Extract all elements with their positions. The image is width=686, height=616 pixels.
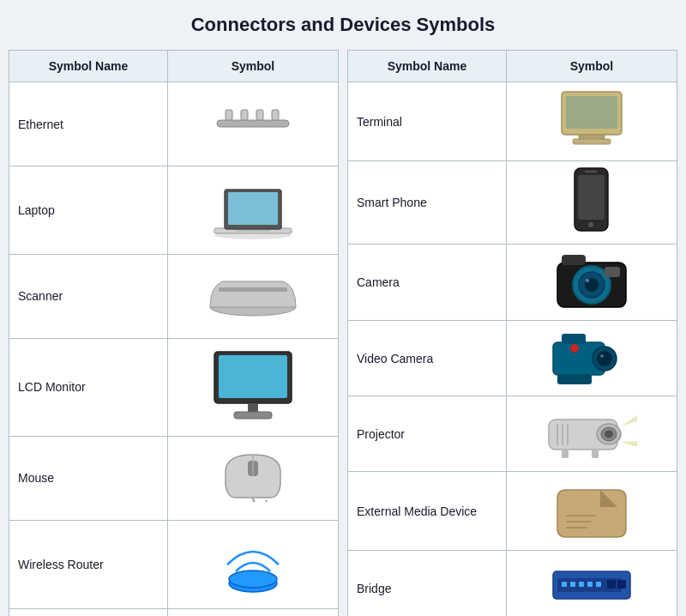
- table-row: External Media Device: [348, 472, 677, 551]
- svg-rect-13: [219, 355, 287, 398]
- svg-rect-3: [256, 110, 263, 120]
- lcd-monitor-icon: [210, 349, 296, 422]
- table-row: Bridge: [348, 551, 677, 617]
- right-table: Symbol Name Symbol Terminal: [347, 50, 677, 616]
- row-symbol: [167, 521, 338, 609]
- svg-rect-2: [241, 110, 248, 120]
- svg-rect-68: [607, 580, 616, 589]
- svg-point-19: [229, 571, 277, 588]
- row-name: Camera: [348, 245, 507, 321]
- table-row: Ethernet: [9, 82, 339, 166]
- page-title: Connectors and Devices Symbols: [191, 14, 496, 36]
- video-camera-icon: [549, 327, 635, 387]
- svg-point-39: [586, 279, 589, 282]
- row-symbol: [167, 254, 338, 338]
- row-symbol: [506, 82, 677, 161]
- mouse-icon: [210, 450, 296, 502]
- row-symbol: [506, 161, 677, 245]
- svg-rect-9: [236, 230, 270, 232]
- row-symbol: [167, 82, 338, 166]
- tables-wrapper: Symbol Name Symbol Ethernet: [9, 50, 677, 616]
- row-name: External Media Device: [348, 472, 507, 551]
- row-name: Smart Phone: [348, 161, 507, 245]
- svg-rect-47: [557, 374, 592, 384]
- table-row: Camera: [348, 245, 677, 321]
- svg-rect-8: [228, 192, 278, 225]
- terminal-icon: [557, 88, 626, 152]
- row-symbol: [167, 608, 338, 616]
- table-row: Laptop: [9, 166, 339, 255]
- table-row: Scanner: [9, 254, 339, 338]
- svg-rect-0: [217, 120, 289, 127]
- row-symbol: [506, 245, 677, 321]
- svg-point-48: [570, 344, 579, 353]
- scanner-icon: [206, 269, 300, 320]
- wireless-router-icon: [210, 530, 296, 595]
- svg-point-45: [600, 354, 604, 358]
- row-name: Laptop: [9, 166, 168, 255]
- laptop-icon: [206, 177, 300, 241]
- svg-rect-28: [566, 96, 617, 129]
- svg-rect-4: [272, 110, 279, 120]
- right-header-name: Symbol Name: [348, 51, 507, 82]
- svg-rect-41: [562, 255, 586, 265]
- svg-rect-67: [596, 582, 601, 587]
- svg-rect-1: [226, 110, 232, 120]
- svg-rect-64: [570, 582, 575, 587]
- row-symbol: [506, 396, 677, 472]
- left-header-name: Symbol Name: [9, 51, 168, 82]
- external-media-icon: [553, 477, 630, 541]
- row-symbol: [167, 166, 338, 255]
- svg-rect-34: [585, 171, 597, 172]
- row-symbol: [506, 551, 677, 617]
- svg-point-44: [597, 351, 612, 366]
- table-row: ATM Switch: [9, 608, 339, 616]
- table-row: Terminal: [348, 82, 677, 161]
- svg-rect-46: [562, 334, 586, 344]
- table-row: LCD Monitor: [9, 339, 339, 437]
- row-symbol: [506, 321, 677, 396]
- table-row: Projector: [348, 396, 677, 472]
- svg-rect-32: [578, 175, 605, 220]
- row-name: Terminal: [348, 82, 507, 161]
- svg-point-33: [588, 222, 593, 227]
- svg-rect-56: [562, 450, 569, 458]
- row-name: Video Camera: [348, 321, 507, 396]
- row-symbol: [506, 472, 677, 551]
- table-row: Wireless Router: [9, 521, 339, 609]
- row-name: Projector: [348, 396, 507, 472]
- camera-icon: [553, 250, 630, 311]
- smartphone-icon: [568, 166, 615, 235]
- ethernet-icon: [210, 101, 296, 144]
- projector-icon: [545, 402, 639, 462]
- right-header-symbol: Symbol: [506, 51, 677, 82]
- left-table: Symbol Name Symbol Ethernet: [9, 50, 339, 616]
- row-name: Mouse: [9, 436, 168, 520]
- svg-rect-63: [562, 582, 567, 587]
- svg-rect-30: [573, 139, 611, 144]
- table-row: Smart Phone: [348, 161, 677, 245]
- row-symbol: [167, 339, 338, 437]
- svg-rect-65: [579, 582, 584, 587]
- svg-rect-11: [219, 287, 287, 292]
- bridge-icon: [549, 563, 635, 610]
- svg-rect-69: [617, 580, 626, 589]
- row-name: Ethernet: [9, 82, 168, 166]
- row-name: LCD Monitor: [9, 339, 168, 437]
- row-name: Bridge: [348, 551, 507, 617]
- row-name: Scanner: [9, 254, 168, 338]
- row-symbol: [167, 436, 338, 520]
- table-row: Mouse: [9, 436, 339, 520]
- row-name: ATM Switch: [9, 608, 168, 616]
- svg-rect-40: [605, 267, 620, 277]
- table-row: Video Camera: [348, 321, 677, 396]
- left-header-symbol: Symbol: [167, 51, 338, 82]
- svg-rect-57: [592, 450, 599, 458]
- svg-point-52: [605, 430, 613, 438]
- svg-rect-66: [587, 582, 593, 587]
- svg-rect-15: [234, 412, 272, 419]
- row-name: Wireless Router: [9, 521, 168, 609]
